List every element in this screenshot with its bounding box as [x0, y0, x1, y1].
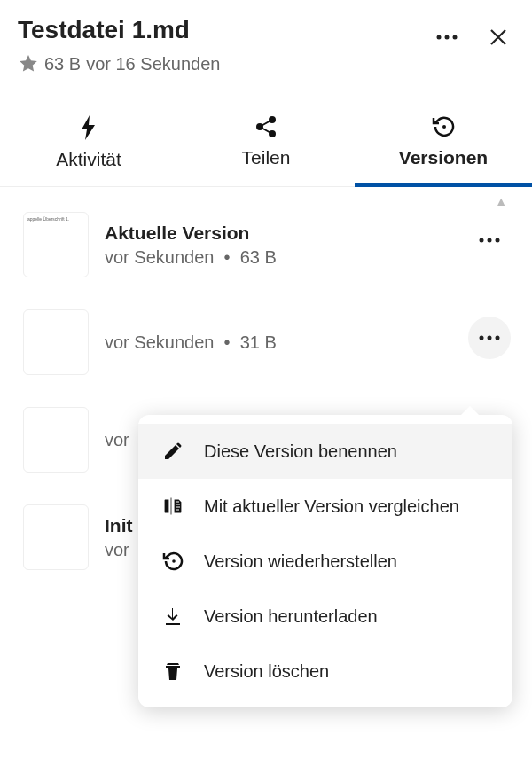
svg-point-13: [172, 559, 176, 563]
file-time: vor 16 Sekunden: [86, 54, 220, 74]
svg-point-11: [488, 336, 492, 340]
lightning-icon: [80, 115, 98, 140]
version-thumbnail: [23, 407, 89, 473]
menu-label: Version löschen: [204, 661, 329, 682]
history-icon: [431, 115, 456, 138]
svg-point-10: [480, 336, 484, 340]
svg-point-4: [270, 117, 275, 122]
svg-point-7: [480, 238, 484, 243]
version-actions-menu: Diese Version benennen Mit aktueller Ver…: [138, 415, 512, 707]
tab-label: Versionen: [399, 147, 488, 168]
version-more-button[interactable]: [468, 317, 511, 359]
version-info: Aktuelle Version vor Sekunden • 63 B: [105, 223, 521, 268]
menu-item-rename[interactable]: Diese Version benennen: [138, 424, 512, 479]
svg-point-8: [488, 238, 492, 243]
version-thumbnail: [23, 309, 89, 375]
pencil-icon: [161, 440, 184, 463]
svg-point-6: [442, 125, 446, 129]
svg-point-1: [445, 35, 450, 40]
version-meta: vor Sekunden • 31 B: [105, 332, 521, 353]
version-meta: vor Sekunden • 63 B: [105, 247, 521, 268]
version-row[interactable]: vor Sekunden • 31 B: [23, 301, 521, 398]
tab-share[interactable]: Teilen: [177, 103, 355, 186]
menu-item-restore[interactable]: Version wiederherstellen: [138, 534, 512, 589]
version-thumbnail: [23, 504, 89, 570]
close-button[interactable]: [482, 21, 514, 53]
version-row[interactable]: appelle Überschrift 1. Aktuelle Version …: [23, 203, 521, 301]
version-thumbnail: appelle Überschrift 1.: [23, 212, 89, 277]
tab-versions[interactable]: Versionen: [355, 103, 532, 186]
star-icon[interactable]: [18, 53, 39, 74]
more-actions-button[interactable]: [431, 21, 463, 53]
menu-label: Version herunterladen: [204, 606, 378, 627]
file-size: 63 B: [44, 54, 81, 74]
compare-icon: [161, 495, 184, 518]
tab-label: Teilen: [242, 147, 291, 168]
svg-point-12: [496, 336, 500, 340]
tab-activity[interactable]: Aktivität: [0, 103, 177, 186]
menu-label: Diese Version benennen: [204, 442, 397, 462]
version-title: Aktuelle Version: [105, 223, 521, 244]
tabs: Aktivität Teilen Versionen: [0, 103, 532, 187]
version-info: vor Sekunden • 31 B: [105, 332, 521, 353]
file-title: Testdatei 1.md: [18, 16, 431, 44]
svg-point-9: [496, 238, 500, 243]
menu-item-download[interactable]: Version herunterladen: [138, 589, 512, 644]
tab-label: Aktivität: [56, 149, 121, 170]
header-actions: [431, 16, 514, 53]
title-block: Testdatei 1.md 63 B vor 16 Sekunden: [18, 16, 431, 74]
file-meta: 63 B vor 16 Sekunden: [18, 53, 431, 74]
svg-point-0: [437, 35, 442, 40]
share-icon: [254, 115, 278, 138]
menu-label: Mit aktueller Version vergleichen: [204, 496, 459, 517]
trash-icon: [161, 660, 184, 683]
svg-point-5: [270, 131, 275, 137]
restore-icon: [161, 550, 184, 573]
svg-point-3: [257, 124, 262, 129]
menu-item-delete[interactable]: Version löschen: [138, 644, 512, 699]
version-more-button[interactable]: [468, 219, 511, 262]
menu-label: Version wiederherstellen: [204, 551, 397, 572]
download-icon: [161, 605, 184, 628]
svg-point-2: [453, 35, 458, 40]
header: Testdatei 1.md 63 B vor 16 Sekunden: [0, 0, 532, 82]
menu-item-compare[interactable]: Mit aktueller Version vergleichen: [138, 479, 512, 534]
